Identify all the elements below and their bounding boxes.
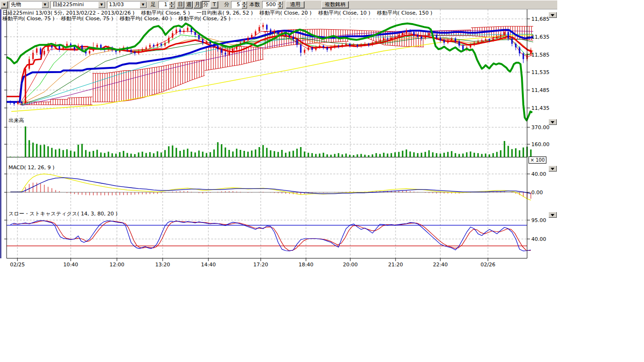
multi-symbol-button[interactable]: 複数銘柄 [322, 1, 349, 8]
svg-text:160.00: 160.00 [531, 141, 550, 148]
bar-count-label: 本数 [248, 1, 261, 8]
svg-text:11,535: 11,535 [531, 69, 550, 75]
macd-panel-label: MACD( 12, 26, 9 ) [8, 165, 55, 171]
stochastics-panel-dropdown-icon[interactable] [548, 212, 557, 218]
svg-text:20:00: 20:00 [343, 262, 358, 268]
chevron-down-icon[interactable]: ▼ [98, 1, 105, 8]
instrument-type-select[interactable]: 先物 ▼ [9, 1, 49, 8]
chevron-down-icon[interactable]: ▼ [140, 1, 147, 8]
spin-up-icon[interactable]: ▲ [277, 1, 283, 5]
svg-text:10:40: 10:40 [63, 262, 78, 268]
toolbar: ▼ 先物 ▼ 日経225mini ▼ 13/03 ▼ 足 1 ▲▼ 日 週 月 … [0, 0, 557, 9]
spin-down-icon[interactable]: ▼ [241, 5, 247, 8]
svg-text:21:20: 21:20 [388, 262, 403, 268]
svg-text:11,485: 11,485 [531, 87, 550, 93]
svg-text:18:40: 18:40 [298, 262, 314, 268]
minutes-label: 分 [223, 1, 230, 8]
instrument-type-value: 先物 [9, 1, 41, 8]
svg-text:22:40: 22:40 [433, 262, 448, 268]
chart-region: 11,68511,63511,58511,53511,48511,435370.… [0, 9, 557, 269]
period-monthly-button[interactable]: 月 [193, 1, 201, 8]
volume-panel-dropdown-icon[interactable] [548, 119, 557, 125]
svg-text:0.00: 0.00 [531, 189, 543, 196]
svg-text:11,685: 11,685 [531, 16, 550, 22]
apply-button[interactable]: 適用 [286, 1, 305, 8]
spin-down-icon[interactable]: ▼ [277, 5, 283, 8]
svg-text:12:00: 12:00 [109, 262, 124, 268]
volume-multiplier-badge: × 100 [528, 156, 546, 164]
price-panel-dropdown-icon[interactable] [548, 12, 557, 18]
period-minute-button[interactable]: 分 [202, 1, 210, 8]
period-tick-button[interactable]: T [210, 1, 218, 8]
volume-panel-label: 出来高 [8, 118, 24, 123]
svg-text:370.00: 370.00 [531, 124, 550, 131]
svg-text:40.00: 40.00 [531, 171, 546, 177]
bar-count-value: 500 [262, 1, 277, 8]
svg-text:02/26: 02/26 [480, 262, 495, 268]
bar-label: 足 [150, 1, 157, 8]
trading-app-window: ▼ 先物 ▼ 日経225mini ▼ 13/03 ▼ 足 1 ▲▼ 日 週 月 … [0, 0, 644, 362]
legend-line-2: 移動平均( Close, 75 ) 移動平均( Close, 75 ) 移動平均… [2, 16, 231, 22]
minutes-stepper[interactable]: 5 ▲▼ [231, 1, 247, 8]
svg-text:40.00: 40.00 [531, 236, 546, 242]
chart-canvas: 11,68511,63511,58511,53511,48511,435370.… [0, 9, 557, 269]
spin-up-icon[interactable]: ▲ [241, 1, 247, 5]
period-weekly-button[interactable]: 週 [185, 1, 193, 8]
svg-text:11,435: 11,435 [531, 105, 550, 111]
svg-text:95.00: 95.00 [531, 217, 546, 223]
symbol-value: 日経225mini [51, 1, 98, 8]
bar-interval-stepper[interactable]: 1 ▲▼ [158, 1, 174, 8]
bar-interval-value: 1 [158, 1, 169, 8]
macd-panel-dropdown-icon[interactable] [548, 165, 557, 172]
contract-month-select[interactable]: 13/03 ▼ [107, 1, 147, 8]
svg-text:11,635: 11,635 [531, 34, 550, 40]
bar-count-stepper[interactable]: 500 ▲▼ [262, 1, 283, 8]
spin-up-icon[interactable]: ▲ [169, 1, 174, 5]
period-daily-button[interactable]: 日 [176, 1, 184, 8]
symbol-select[interactable]: 日経225mini ▼ [50, 1, 106, 8]
svg-text:13:20: 13:20 [155, 262, 170, 268]
svg-text:11,585: 11,585 [531, 52, 550, 58]
window-menu-dropdown-icon[interactable]: ▼ [0, 1, 8, 8]
svg-text:02/25: 02/25 [10, 262, 25, 268]
stochastics-panel-label: スロー・ストキャスティクス( 14, 3, 80, 20 ) [8, 211, 117, 217]
chevron-down-icon[interactable]: ▼ [41, 1, 49, 8]
minutes-value: 5 [231, 1, 241, 8]
spin-down-icon[interactable]: ▼ [169, 5, 174, 8]
contract-month-value: 13/03 [107, 1, 140, 8]
svg-text:17:20: 17:20 [253, 262, 268, 268]
svg-text:14:40: 14:40 [201, 262, 216, 268]
